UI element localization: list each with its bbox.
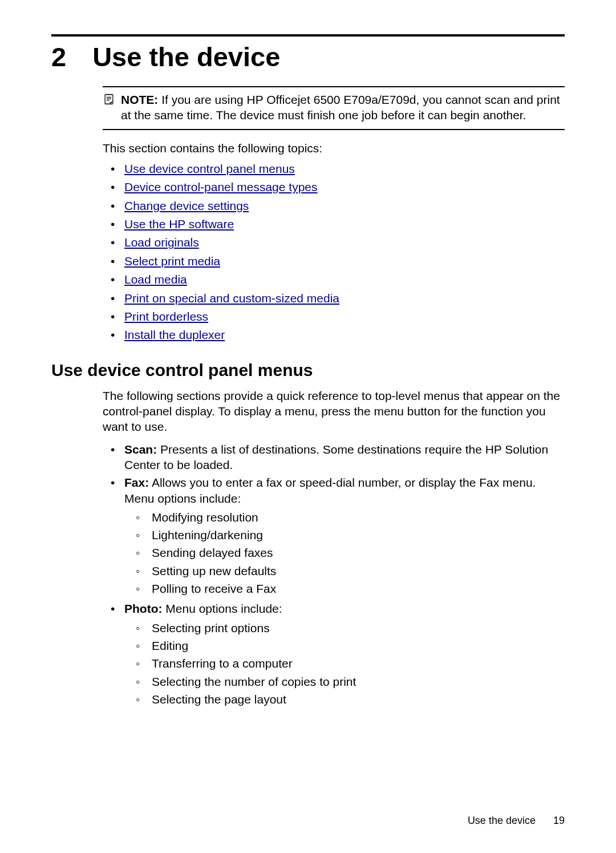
sub-list: Selecting print options Editing Transfer… xyxy=(124,620,565,707)
svg-rect-0 xyxy=(105,95,113,104)
section-heading: Use device control panel menus xyxy=(51,361,565,380)
list-item: Selecting the number of copies to print xyxy=(136,674,565,689)
item-text: Menu options include: xyxy=(165,602,282,615)
note-label: NOTE: xyxy=(121,93,158,106)
sub-item: Setting up new defaults xyxy=(152,564,276,577)
list-item: Transferring to a computer xyxy=(136,656,565,671)
list-item: Setting up new defaults xyxy=(136,563,565,579)
list-item: Lightening/darkening xyxy=(136,527,565,543)
page: 2 Use the device NOTE: If you are using … xyxy=(0,0,616,853)
topic-link[interactable]: Select print media xyxy=(124,254,220,268)
sub-item: Selecting print options xyxy=(152,621,270,634)
note-icon xyxy=(103,92,115,108)
list-item: Print borderless xyxy=(111,308,565,325)
page-footer: Use the device 19 xyxy=(468,815,565,827)
topic-link[interactable]: Change device settings xyxy=(124,199,249,212)
list-item: Device control-panel message types xyxy=(111,179,565,195)
topic-link[interactable]: Install the duplexer xyxy=(124,328,225,341)
sub-item: Editing xyxy=(152,639,188,652)
section-intro: This section contains the following topi… xyxy=(103,140,565,156)
list-item: Load originals xyxy=(111,234,565,250)
topic-link[interactable]: Use device control panel menus xyxy=(124,162,295,175)
sub-item: Sending delayed faxes xyxy=(152,546,273,559)
topic-link[interactable]: Use the HP software xyxy=(124,217,234,231)
note-callout: NOTE: If you are using HP Officejet 6500… xyxy=(103,86,565,130)
topic-link[interactable]: Device control-panel message types xyxy=(124,180,318,193)
item-lead: Fax: xyxy=(124,476,149,489)
item-lead: Scan: xyxy=(124,443,157,456)
list-item: Selecting the page layout xyxy=(136,692,565,707)
list-item: Photo: Menu options include: Selecting p… xyxy=(111,601,565,707)
item-lead: Photo: xyxy=(124,602,162,615)
list-item: Selecting print options xyxy=(136,620,565,636)
chapter-number: 2 xyxy=(51,43,66,70)
chapter-heading: 2 Use the device xyxy=(51,43,565,70)
list-item: Load media xyxy=(111,271,565,288)
sub-item: Lightening/darkening xyxy=(152,528,263,541)
note-body: If you are using HP Officejet 6500 E709a… xyxy=(121,93,560,122)
footer-title: Use the device xyxy=(468,815,536,826)
sub-item: Selecting the number of copies to print xyxy=(152,675,356,688)
topic-link[interactable]: Load media xyxy=(124,273,187,286)
topic-link-list: Use device control panel menus Device co… xyxy=(103,160,565,343)
list-item: Use device control panel menus xyxy=(111,160,565,177)
list-item: Install the duplexer xyxy=(111,326,565,343)
list-item: Change device settings xyxy=(111,197,565,214)
list-item: Polling to receive a Fax xyxy=(136,581,565,596)
list-item: Select print media xyxy=(111,253,565,269)
topic-link[interactable]: Load originals xyxy=(124,236,199,249)
sub-item: Modifying resolution xyxy=(152,511,258,524)
section-paragraph: The following sections provide a quick r… xyxy=(103,388,565,435)
list-item: Modifying resolution xyxy=(136,510,565,525)
section-body: The following sections provide a quick r… xyxy=(103,388,565,707)
list-item: Sending delayed faxes xyxy=(136,545,565,560)
sub-item: Polling to receive a Fax xyxy=(152,582,276,595)
list-item: Use the HP software xyxy=(111,216,565,232)
sub-list: Modifying resolution Lightening/darkenin… xyxy=(124,510,565,596)
list-item: Scan: Presents a list of destinations. S… xyxy=(111,442,565,473)
sub-item: Selecting the page layout xyxy=(152,693,286,706)
sub-item: Transferring to a computer xyxy=(152,657,293,670)
topic-link[interactable]: Print on special and custom-sized media xyxy=(124,292,339,305)
list-item: Fax: Allows you to enter a fax or speed-… xyxy=(111,475,565,596)
chapter-title: Use the device xyxy=(92,43,280,70)
chapter-rule xyxy=(51,34,565,37)
chapter-body: NOTE: If you are using HP Officejet 6500… xyxy=(103,86,565,343)
topic-link[interactable]: Print borderless xyxy=(124,310,208,323)
page-number: 19 xyxy=(553,815,565,827)
list-item: Print on special and custom-sized media xyxy=(111,290,565,306)
note-text: NOTE: If you are using HP Officejet 6500… xyxy=(121,92,565,123)
menu-list: Scan: Presents a list of destinations. S… xyxy=(103,442,565,707)
item-text: Presents a list of destinations. Some de… xyxy=(124,443,548,471)
list-item: Editing xyxy=(136,638,565,653)
item-text: Allows you to enter a fax or speed-dial … xyxy=(124,476,536,504)
